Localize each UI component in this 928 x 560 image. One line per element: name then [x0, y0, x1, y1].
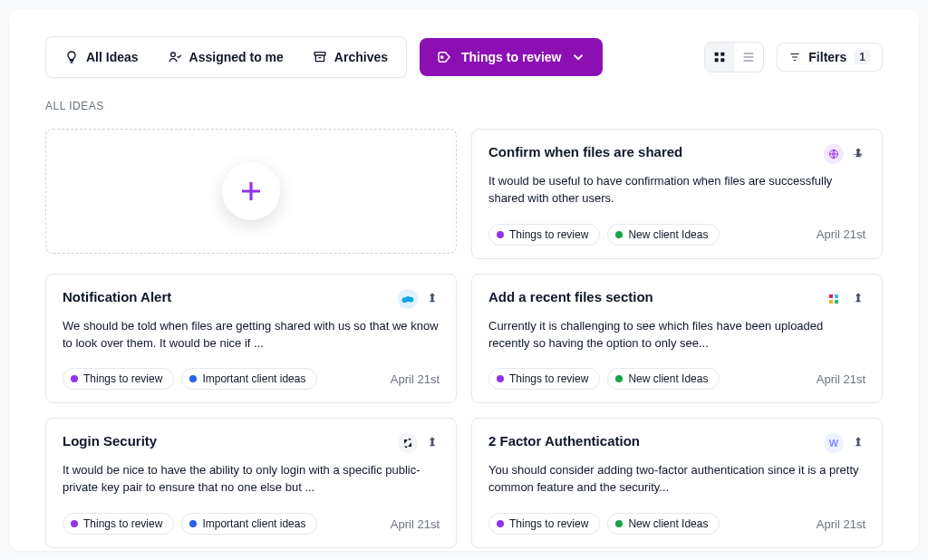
- card-footer: Things to review New client Ideas April …: [488, 368, 865, 390]
- pin-icon[interactable]: [851, 436, 865, 450]
- idea-card[interactable]: Login Security It would be nice to have …: [45, 418, 457, 548]
- svg-point-10: [409, 296, 414, 302]
- card-icons: [824, 289, 865, 309]
- view-grid-button[interactable]: [705, 43, 734, 72]
- card-description: You should consider adding two-factor au…: [488, 462, 865, 497]
- card-title: 2 Factor Authentication: [488, 433, 640, 449]
- source-slack-icon: [824, 289, 844, 309]
- card-tags: Things to review New client Ideas: [488, 513, 720, 535]
- card-title: Login Security: [63, 433, 157, 449]
- section-label: ALL IDEAS: [45, 100, 883, 112]
- card-date: April 21st: [817, 372, 865, 386]
- pin-icon[interactable]: [851, 292, 865, 306]
- card-footer: Things to review Important client ideas …: [63, 513, 440, 535]
- tag-things-to-review[interactable]: Things to review: [488, 224, 600, 246]
- dot-icon: [71, 520, 78, 527]
- tab-assigned-to-me[interactable]: Assigned to me: [155, 43, 296, 72]
- card-tags: Things to review New client Ideas: [488, 224, 720, 246]
- card-date: April 21st: [817, 517, 865, 531]
- lightbulb-icon: [64, 50, 79, 64]
- card-tags: Things to review Important client ideas: [63, 513, 317, 535]
- user-check-icon: [168, 50, 182, 64]
- card-description: It would be nice to have the ability to …: [63, 462, 440, 497]
- tag-new-client-ideas[interactable]: New client Ideas: [607, 224, 720, 246]
- card-date: April 21st: [391, 372, 440, 386]
- source-globe-icon: [824, 144, 844, 164]
- tab-label: Things to review: [461, 50, 561, 64]
- tag-important-client-ideas[interactable]: Important client ideas: [181, 368, 317, 390]
- source-salesforce-icon: [398, 289, 418, 309]
- card-footer: Things to review New client Ideas April …: [488, 224, 865, 246]
- filter-icon: [788, 51, 801, 63]
- dot-icon: [497, 375, 504, 382]
- card-description: It would be useful to have confirmation …: [488, 173, 865, 208]
- card-tags: Things to review Important client ideas: [63, 368, 317, 390]
- card-title: Confirm when files are shared: [488, 144, 682, 159]
- tag-things-to-review[interactable]: Things to review: [488, 513, 600, 535]
- card-description: We should be told when files are getting…: [63, 318, 440, 352]
- card-description: Currently it is challenging to see which…: [488, 318, 865, 352]
- dot-icon: [71, 375, 78, 382]
- svg-rect-6: [721, 58, 725, 62]
- tag-new-client-ideas[interactable]: New client Ideas: [607, 513, 720, 535]
- card-icons: [824, 144, 865, 164]
- idea-card[interactable]: Notification Alert We should be told whe…: [45, 274, 457, 404]
- tab-all-ideas[interactable]: All Ideas: [52, 43, 151, 72]
- tab-archives[interactable]: Archives: [300, 43, 401, 72]
- filters-button[interactable]: Filters 1: [777, 43, 883, 72]
- card-date: April 21st: [391, 517, 440, 531]
- dot-icon: [497, 231, 504, 238]
- card-icons: W: [824, 433, 865, 453]
- topbar: All Ideas Assigned to me Archives Things…: [45, 36, 883, 78]
- dot-icon: [615, 520, 623, 527]
- card-header: Confirm when files are shared: [488, 144, 865, 164]
- dot-icon: [189, 520, 197, 527]
- tab-label: Archives: [334, 50, 388, 64]
- card-footer: Things to review Important client ideas …: [63, 368, 440, 390]
- app-root: All Ideas Assigned to me Archives Things…: [9, 9, 919, 551]
- filters-label: Filters: [808, 50, 846, 64]
- tab-label: All Ideas: [86, 50, 139, 64]
- source-w-icon: W: [824, 433, 844, 453]
- card-header: Add a recent files section: [488, 289, 865, 309]
- svg-rect-5: [715, 58, 719, 62]
- tabs-pill: All Ideas Assigned to me Archives: [45, 36, 407, 78]
- tag-things-to-review[interactable]: Things to review: [63, 368, 174, 390]
- svg-rect-4: [721, 53, 725, 56]
- add-button[interactable]: [222, 162, 280, 220]
- source-zendesk-icon: [398, 433, 418, 453]
- card-footer: Things to review New client Ideas April …: [488, 513, 865, 535]
- svg-rect-1: [314, 53, 325, 55]
- svg-rect-3: [715, 53, 719, 56]
- pin-icon[interactable]: [851, 147, 865, 161]
- plus-icon: [237, 178, 265, 205]
- tag-new-client-ideas[interactable]: New client Ideas: [607, 368, 720, 390]
- idea-card[interactable]: 2 Factor Authentication W You should con…: [471, 418, 883, 548]
- tab-things-to-review[interactable]: Things to review: [420, 38, 603, 76]
- pin-icon[interactable]: [425, 292, 440, 306]
- card-header: Notification Alert: [63, 289, 440, 309]
- chevron-down-icon: [570, 49, 586, 65]
- tabs: All Ideas Assigned to me Archives Things…: [45, 36, 603, 78]
- card-icons: [398, 433, 440, 453]
- card-title: Notification Alert: [63, 289, 171, 304]
- tag-things-to-review[interactable]: Things to review: [488, 368, 600, 390]
- view-toggle: [704, 42, 764, 72]
- pin-icon[interactable]: [425, 436, 440, 450]
- dot-icon: [615, 375, 623, 382]
- idea-card[interactable]: Confirm when files are shared It would b…: [471, 129, 883, 259]
- filters-count: 1: [854, 50, 871, 64]
- card-icons: [398, 289, 440, 309]
- tag-things-to-review[interactable]: Things to review: [63, 513, 174, 535]
- idea-card[interactable]: Add a recent files section Currently it …: [471, 274, 883, 404]
- dot-icon: [497, 520, 504, 527]
- list-icon: [741, 50, 756, 64]
- card-header: Login Security: [63, 433, 440, 453]
- new-idea-card[interactable]: [45, 129, 457, 254]
- svg-point-2: [441, 56, 443, 58]
- right-controls: Filters 1: [704, 42, 883, 72]
- card-header: 2 Factor Authentication W: [488, 433, 865, 453]
- view-list-button[interactable]: [734, 43, 763, 72]
- tag-icon: [436, 49, 452, 65]
- tag-important-client-ideas[interactable]: Important client ideas: [181, 513, 317, 535]
